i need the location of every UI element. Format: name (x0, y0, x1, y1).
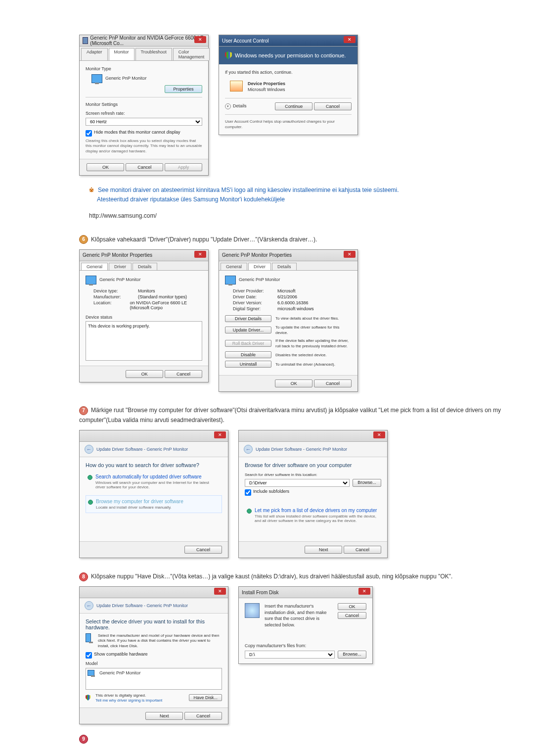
arrow-icon (247, 509, 252, 514)
driver-details-button[interactable]: Driver Details (225, 315, 271, 322)
tab-details[interactable]: Details (272, 263, 297, 270)
program-publisher: Microsoft Windows (248, 87, 285, 93)
model-label: Model (86, 661, 222, 667)
program-icon (230, 81, 243, 92)
monitor-props-general-dialog: Generic PnP Monitor Properties GeneralDr… (79, 249, 209, 383)
option-title: Browse my computer for driver software (96, 499, 183, 504)
option-title: Let me pick from a list of device driver… (255, 508, 379, 513)
dialog-titlebar (80, 587, 228, 598)
kv-val: 6.0.6000.16386 (277, 300, 309, 305)
update-driver-button[interactable]: Update Driver... (225, 327, 271, 333)
monitor-icon (86, 633, 91, 642)
cancel-button[interactable]: Cancel (126, 163, 163, 171)
tab-monitor[interactable]: Monitor (109, 48, 134, 60)
dialog-titlebar: Generic PnP Monitor Properties (80, 250, 208, 261)
signed-text: This driver is digitally signed. (95, 693, 162, 698)
option-search-auto[interactable]: Search automatically for updated driver … (86, 471, 222, 492)
dialog-tabs: Adapter Monitor Troubleshoot Color Manag… (80, 47, 208, 61)
cancel-button[interactable]: Cancel (165, 370, 202, 378)
hide-modes-label: Hide modes that this monitor cannot disp… (94, 130, 180, 135)
tab-general[interactable]: General (81, 263, 108, 270)
monitor-icon (86, 276, 96, 284)
update-driver-browse-dialog: ←Update Driver Software - Generic PnP Mo… (238, 430, 388, 558)
ok-button[interactable]: OK (275, 379, 312, 387)
cancel-button[interactable]: Cancel (338, 612, 366, 619)
uac-header: Windows needs your permission to contion… (219, 47, 357, 64)
kv-key: Driver Date: (233, 294, 272, 299)
tab-troubleshoot[interactable]: Troubleshoot (135, 48, 172, 60)
wizard-breadcrumb: Update Driver Software - Generic PnP Mon… (96, 446, 188, 453)
step-number-icon: 8 (79, 572, 88, 581)
disk-icon (245, 603, 260, 618)
cancel-button[interactable]: Cancel (314, 379, 352, 387)
cancel-button[interactable]: Cancel (314, 102, 352, 110)
step-9-marker: 9 (79, 734, 514, 744)
tab-adapter[interactable]: Adapter (81, 48, 108, 60)
model-listbox[interactable]: Generic PnP Monitor (86, 668, 222, 690)
arrow-icon (88, 500, 93, 505)
tab-details[interactable]: Details (133, 263, 157, 270)
option-desc: This list will show installed driver sof… (255, 514, 379, 523)
model-item: Generic PnP Monitor (99, 670, 140, 676)
step-8-text: Klõpsake nuppu "Have Disk…"(Võta ketas…)… (91, 573, 452, 580)
tab-driver[interactable]: Driver (248, 263, 271, 270)
next-button[interactable]: Next (145, 712, 183, 720)
refresh-rate-label: Screen refresh rate: (86, 110, 202, 117)
include-subfolders-checkbox[interactable] (245, 489, 251, 496)
device-status-box: This device is working properly. (86, 321, 202, 361)
cancel-button[interactable]: Cancel (344, 546, 381, 554)
path-select[interactable]: D:\Driver (245, 479, 350, 487)
monitor-props-driver-dialog: Generic PnP Monitor Properties GeneralDr… (219, 249, 358, 392)
kv-val: on NVIDIA GeForce 6600 LE (Microsoft Cor… (130, 300, 203, 310)
hide-modes-desc: Clearing this check box allows you to se… (86, 139, 202, 154)
back-icon[interactable]: ← (85, 601, 93, 610)
back-icon[interactable]: ← (244, 445, 253, 454)
kv-key: Device type: (93, 288, 133, 293)
browse-button[interactable]: Browse... (338, 651, 366, 659)
btn-desc: Disables the selected device. (275, 352, 352, 358)
step-8: 8Klõpsake nuppu "Have Disk…"(Võta ketas…… (79, 572, 514, 581)
continue-button[interactable]: Continue (275, 102, 312, 110)
next-button[interactable]: Next (305, 546, 342, 554)
refresh-rate-select[interactable]: 60 Hertz (86, 118, 202, 126)
signing-link[interactable]: Tell me why driver signing is important (95, 698, 162, 703)
monitor-type-label: Monitor Type (86, 66, 202, 72)
ok-button[interactable]: OK (126, 370, 163, 378)
dialog-titlebar: Install From Disk (239, 587, 372, 598)
dialog-titlebar (80, 430, 228, 442)
copy-path-select[interactable]: D:\ (245, 651, 335, 659)
uninstall-button[interactable]: Uninstall (225, 361, 271, 368)
device-header: Generic PnP Monitor (239, 277, 280, 283)
hide-modes-checkbox[interactable] (86, 130, 92, 137)
shield-icon (86, 695, 90, 701)
step-number-icon: 6 (79, 235, 88, 244)
tab-driver[interactable]: Driver (109, 263, 132, 270)
wizard-heading: Browse for driver software on your compu… (245, 462, 381, 468)
apply-button[interactable]: Apply (165, 163, 202, 171)
include-subfolders-label: Include subfolders (253, 489, 289, 494)
option-browse-computer[interactable]: Browse my computer for driver softwareLo… (86, 495, 222, 513)
cancel-button[interactable]: Cancel (184, 546, 222, 554)
disable-button[interactable]: Disable (225, 351, 271, 358)
rollback-driver-button[interactable]: Roll Back Driver (225, 340, 271, 347)
dialog-titlebar: Generic PnP Monitor Properties (219, 250, 357, 261)
browse-button[interactable]: Browse... (353, 479, 381, 487)
step-number-icon: 7 (79, 406, 88, 415)
option-let-me-pick[interactable]: Let me pick from a list of device driver… (245, 505, 381, 526)
update-driver-how-dialog: ←Update Driver Software - Generic PnP Mo… (79, 430, 228, 558)
arrow-icon (88, 475, 92, 480)
tab-general[interactable]: General (221, 263, 247, 270)
have-disk-button[interactable]: Have Disk... (189, 694, 222, 701)
chevron-down-icon: ▾ (225, 103, 231, 109)
cancel-button[interactable]: Cancel (184, 712, 222, 720)
ok-button[interactable]: OK (338, 603, 366, 610)
properties-button[interactable]: Properties (165, 85, 202, 93)
kv-val: Microsoft (277, 288, 296, 293)
details-toggle[interactable]: Details (233, 103, 247, 109)
back-icon[interactable]: ← (85, 445, 93, 454)
ok-button[interactable]: OK (87, 163, 124, 171)
show-compatible-checkbox[interactable] (86, 652, 92, 659)
samsung-link[interactable]: http://www.samsung.com/ (89, 212, 157, 219)
select-device-driver-dialog: ←Update Driver Software - Generic PnP Mo… (79, 586, 228, 724)
tab-color-mgmt[interactable]: Color Management (173, 48, 210, 60)
